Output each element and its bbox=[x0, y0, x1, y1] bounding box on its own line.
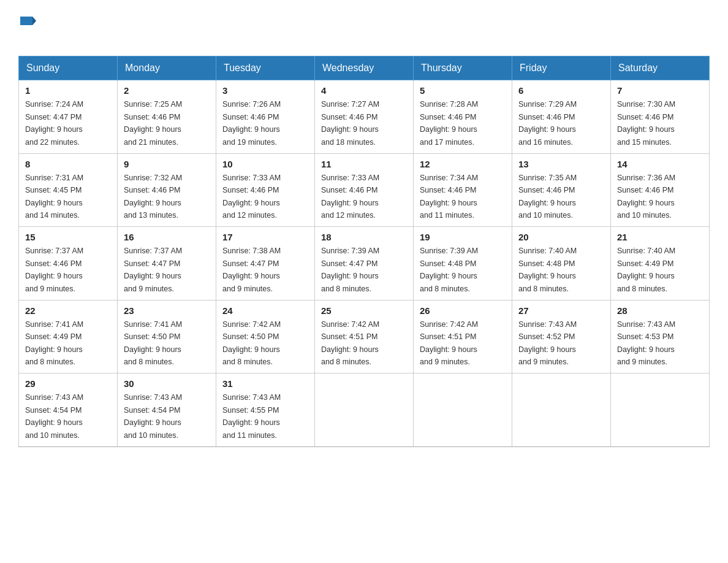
day-number: 2 bbox=[124, 85, 210, 96]
day-info: Sunrise: 7:41 AMSunset: 4:49 PMDaylight:… bbox=[25, 320, 83, 366]
col-header-friday: Friday bbox=[512, 56, 611, 80]
day-number: 20 bbox=[518, 232, 604, 242]
day-info: Sunrise: 7:32 AMSunset: 4:46 PMDaylight:… bbox=[124, 174, 182, 220]
day-info: Sunrise: 7:37 AMSunset: 4:46 PMDaylight:… bbox=[25, 247, 83, 293]
calendar-cell: 15 Sunrise: 7:37 AMSunset: 4:46 PMDaylig… bbox=[19, 227, 118, 301]
calendar-cell: 8 Sunrise: 7:31 AMSunset: 4:45 PMDayligh… bbox=[19, 153, 118, 227]
day-number: 30 bbox=[124, 378, 210, 389]
day-info: Sunrise: 7:40 AMSunset: 4:48 PMDaylight:… bbox=[518, 247, 577, 293]
calendar-cell: 22 Sunrise: 7:41 AMSunset: 4:49 PMDaylig… bbox=[19, 300, 118, 373]
calendar-cell: 5 Sunrise: 7:28 AMSunset: 4:46 PMDayligh… bbox=[414, 80, 512, 154]
col-header-thursday: Thursday bbox=[414, 56, 512, 80]
day-info: Sunrise: 7:43 AMSunset: 4:54 PMDaylight:… bbox=[124, 393, 182, 439]
day-number: 23 bbox=[124, 305, 210, 316]
calendar-week-row: 22 Sunrise: 7:41 AMSunset: 4:49 PMDaylig… bbox=[19, 300, 710, 373]
calendar-cell: 20 Sunrise: 7:40 AMSunset: 4:48 PMDaylig… bbox=[512, 227, 611, 301]
day-info: Sunrise: 7:42 AMSunset: 4:50 PMDaylight:… bbox=[222, 320, 281, 366]
calendar-cell: 31 Sunrise: 7:43 AMSunset: 4:55 PMDaylig… bbox=[216, 373, 315, 447]
day-number: 27 bbox=[518, 305, 604, 316]
col-header-monday: Monday bbox=[118, 56, 216, 80]
calendar-header-row: SundayMondayTuesdayWednesdayThursdayFrid… bbox=[19, 56, 710, 80]
day-number: 10 bbox=[222, 159, 308, 169]
day-number: 18 bbox=[321, 232, 407, 242]
day-info: Sunrise: 7:43 AMSunset: 4:54 PMDaylight:… bbox=[25, 393, 83, 439]
day-number: 5 bbox=[420, 85, 506, 96]
day-info: Sunrise: 7:40 AMSunset: 4:49 PMDaylight:… bbox=[617, 247, 675, 293]
calendar-cell bbox=[414, 373, 512, 447]
calendar-cell: 18 Sunrise: 7:39 AMSunset: 4:47 PMDaylig… bbox=[315, 227, 414, 301]
calendar-cell: 10 Sunrise: 7:33 AMSunset: 4:46 PMDaylig… bbox=[216, 153, 315, 227]
day-info: Sunrise: 7:33 AMSunset: 4:46 PMDaylight:… bbox=[321, 174, 379, 220]
day-number: 14 bbox=[617, 159, 703, 169]
calendar-week-row: 1 Sunrise: 7:24 AMSunset: 4:47 PMDayligh… bbox=[19, 80, 710, 154]
day-number: 11 bbox=[321, 159, 407, 169]
calendar-cell: 24 Sunrise: 7:42 AMSunset: 4:50 PMDaylig… bbox=[216, 300, 315, 373]
day-number: 8 bbox=[25, 159, 111, 169]
day-info: Sunrise: 7:34 AMSunset: 4:46 PMDaylight:… bbox=[420, 174, 478, 220]
day-number: 6 bbox=[518, 85, 604, 96]
calendar-week-row: 29 Sunrise: 7:43 AMSunset: 4:54 PMDaylig… bbox=[19, 373, 710, 447]
calendar-cell: 2 Sunrise: 7:25 AMSunset: 4:46 PMDayligh… bbox=[118, 80, 216, 154]
logo bbox=[18, 12, 36, 45]
day-number: 12 bbox=[420, 159, 506, 169]
svg-marker-1 bbox=[32, 17, 36, 25]
day-number: 29 bbox=[25, 378, 111, 389]
svg-marker-0 bbox=[20, 17, 32, 25]
day-number: 21 bbox=[617, 232, 703, 242]
col-header-saturday: Saturday bbox=[611, 56, 710, 80]
day-info: Sunrise: 7:39 AMSunset: 4:48 PMDaylight:… bbox=[420, 247, 478, 293]
day-info: Sunrise: 7:28 AMSunset: 4:46 PMDaylight:… bbox=[420, 100, 478, 146]
day-info: Sunrise: 7:43 AMSunset: 4:52 PMDaylight:… bbox=[518, 320, 577, 366]
col-header-wednesday: Wednesday bbox=[315, 56, 414, 80]
calendar-cell: 11 Sunrise: 7:33 AMSunset: 4:46 PMDaylig… bbox=[315, 153, 414, 227]
day-number: 16 bbox=[124, 232, 210, 242]
day-number: 26 bbox=[420, 305, 506, 316]
day-number: 22 bbox=[25, 305, 111, 316]
calendar-cell: 27 Sunrise: 7:43 AMSunset: 4:52 PMDaylig… bbox=[512, 300, 611, 373]
calendar-table: SundayMondayTuesdayWednesdayThursdayFrid… bbox=[18, 56, 710, 447]
calendar-cell: 29 Sunrise: 7:43 AMSunset: 4:54 PMDaylig… bbox=[19, 373, 118, 447]
day-number: 25 bbox=[321, 305, 407, 316]
day-number: 7 bbox=[617, 85, 703, 96]
day-info: Sunrise: 7:38 AMSunset: 4:47 PMDaylight:… bbox=[222, 247, 281, 293]
day-number: 3 bbox=[222, 85, 308, 96]
calendar-cell: 7 Sunrise: 7:30 AMSunset: 4:46 PMDayligh… bbox=[611, 80, 710, 154]
calendar-cell: 14 Sunrise: 7:36 AMSunset: 4:46 PMDaylig… bbox=[611, 153, 710, 227]
calendar-cell: 21 Sunrise: 7:40 AMSunset: 4:49 PMDaylig… bbox=[611, 227, 710, 301]
day-info: Sunrise: 7:29 AMSunset: 4:46 PMDaylight:… bbox=[518, 100, 577, 146]
calendar-week-row: 15 Sunrise: 7:37 AMSunset: 4:46 PMDaylig… bbox=[19, 227, 710, 301]
day-info: Sunrise: 7:41 AMSunset: 4:50 PMDaylight:… bbox=[124, 320, 182, 366]
day-info: Sunrise: 7:25 AMSunset: 4:46 PMDaylight:… bbox=[124, 100, 182, 146]
calendar-cell: 1 Sunrise: 7:24 AMSunset: 4:47 PMDayligh… bbox=[19, 80, 118, 154]
day-info: Sunrise: 7:26 AMSunset: 4:46 PMDaylight:… bbox=[222, 100, 281, 146]
day-number: 15 bbox=[25, 232, 111, 242]
day-info: Sunrise: 7:27 AMSunset: 4:46 PMDaylight:… bbox=[321, 100, 379, 146]
day-info: Sunrise: 7:24 AMSunset: 4:47 PMDaylight:… bbox=[25, 100, 83, 146]
calendar-cell bbox=[315, 373, 414, 447]
day-info: Sunrise: 7:42 AMSunset: 4:51 PMDaylight:… bbox=[321, 320, 379, 366]
calendar-cell: 30 Sunrise: 7:43 AMSunset: 4:54 PMDaylig… bbox=[118, 373, 216, 447]
page-header bbox=[18, 12, 710, 45]
day-number: 28 bbox=[617, 305, 703, 316]
day-number: 17 bbox=[222, 232, 308, 242]
day-info: Sunrise: 7:33 AMSunset: 4:46 PMDaylight:… bbox=[222, 174, 281, 220]
day-number: 4 bbox=[321, 85, 407, 96]
day-info: Sunrise: 7:36 AMSunset: 4:46 PMDaylight:… bbox=[617, 174, 675, 220]
calendar-cell: 28 Sunrise: 7:43 AMSunset: 4:53 PMDaylig… bbox=[611, 300, 710, 373]
calendar-cell bbox=[611, 373, 710, 447]
calendar-cell bbox=[512, 373, 611, 447]
day-info: Sunrise: 7:31 AMSunset: 4:45 PMDaylight:… bbox=[25, 174, 83, 220]
calendar-cell: 17 Sunrise: 7:38 AMSunset: 4:47 PMDaylig… bbox=[216, 227, 315, 301]
day-info: Sunrise: 7:30 AMSunset: 4:46 PMDaylight:… bbox=[617, 100, 675, 146]
logo-icon bbox=[20, 13, 36, 29]
col-header-sunday: Sunday bbox=[19, 56, 118, 80]
day-info: Sunrise: 7:37 AMSunset: 4:47 PMDaylight:… bbox=[124, 247, 182, 293]
calendar-cell: 26 Sunrise: 7:42 AMSunset: 4:51 PMDaylig… bbox=[414, 300, 512, 373]
day-info: Sunrise: 7:35 AMSunset: 4:46 PMDaylight:… bbox=[518, 174, 577, 220]
calendar-cell: 16 Sunrise: 7:37 AMSunset: 4:47 PMDaylig… bbox=[118, 227, 216, 301]
calendar-cell: 4 Sunrise: 7:27 AMSunset: 4:46 PMDayligh… bbox=[315, 80, 414, 154]
day-info: Sunrise: 7:42 AMSunset: 4:51 PMDaylight:… bbox=[420, 320, 478, 366]
day-info: Sunrise: 7:39 AMSunset: 4:47 PMDaylight:… bbox=[321, 247, 379, 293]
calendar-cell: 12 Sunrise: 7:34 AMSunset: 4:46 PMDaylig… bbox=[414, 153, 512, 227]
calendar-week-row: 8 Sunrise: 7:31 AMSunset: 4:45 PMDayligh… bbox=[19, 153, 710, 227]
